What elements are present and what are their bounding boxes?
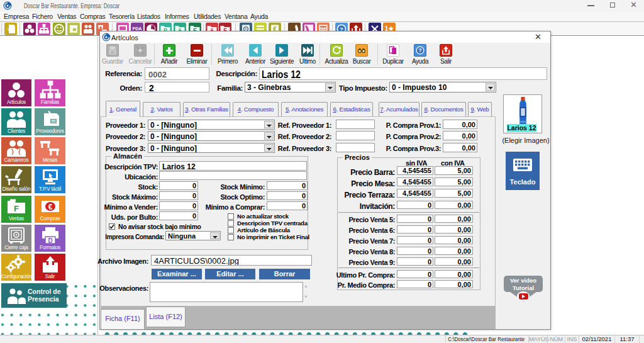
- svg-text:€: €: [48, 203, 52, 211]
- svg-text:?: ?: [418, 47, 422, 53]
- svg-text:D: D: [48, 237, 52, 244]
- svg-text:F: F: [14, 204, 19, 213]
